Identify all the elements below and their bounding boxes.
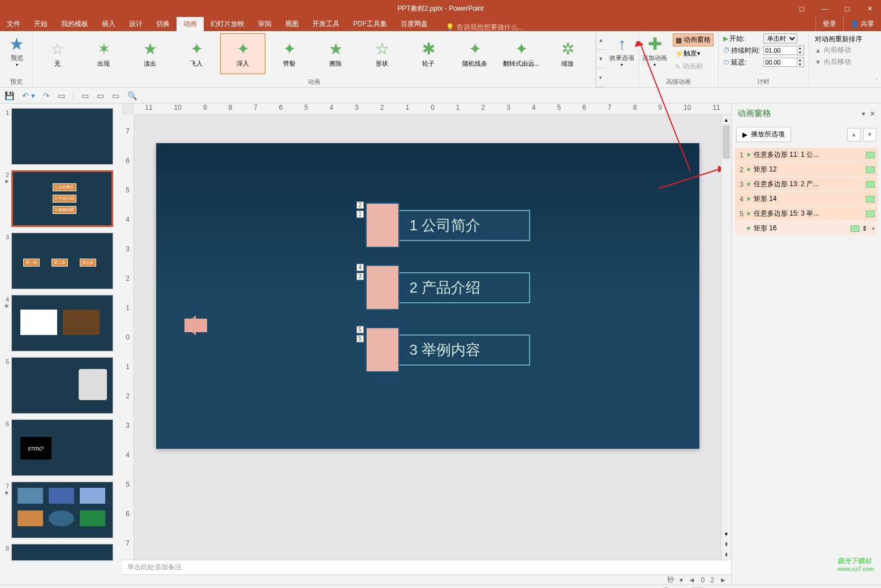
pane-options-icon[interactable]: ▾ — [862, 110, 865, 118]
tab-slideshow[interactable]: 幻灯片放映 — [204, 17, 251, 31]
thumb-7[interactable] — [11, 482, 113, 538]
delay-spinner[interactable]: ▴▾ — [797, 57, 804, 67]
reorder-label: 对动画重新排序 — [815, 35, 867, 44]
bullet-row-3[interactable]: 55 3 举例内容 — [366, 327, 530, 372]
slide-canvas[interactable]: 21 1 公司简介 43 2 产品介绍 55 3 举例内容 — [134, 115, 721, 560]
tell-me-input[interactable] — [457, 23, 536, 31]
tab-templates[interactable]: 我的模板 — [54, 17, 95, 31]
editor-area: 1211109876543210123456789101112 76543210… — [122, 104, 731, 585]
move-before-button[interactable]: ▲向前移动 — [815, 44, 867, 56]
tab-pdf[interactable]: PDF工具集 — [346, 17, 394, 31]
animation-pane: 动画窗格 ▾✕ ▶播放所选项 ▲ ▼ 1★任意多边形 11: 1 公... 2★… — [731, 104, 881, 585]
dropdown-icon[interactable]: ▾ — [872, 226, 875, 231]
bullet-row-2[interactable]: 43 2 产品介绍 — [366, 265, 530, 310]
anim-wipe[interactable]: ★擦除 — [313, 33, 358, 74]
anim-shape[interactable]: ☆形状 — [359, 33, 405, 74]
window-title: PPT教程2.pptx - PowerPoint — [397, 4, 483, 14]
tell-me[interactable]: 💡 — [440, 23, 542, 31]
timeline-bar: 秒▾ ◄02► — [122, 574, 731, 585]
undo-icon[interactable]: ↶ ▾ — [22, 91, 35, 100]
gallery-scroll[interactable]: ▲▼▾ — [596, 31, 605, 87]
anim-entry-4[interactable]: 4★矩形 14 — [735, 192, 878, 206]
status-bar: 幻灯片 第 2 张，共 12 张 "天体" ▭ 中文(中国) ≐ 备注 💬 批注… — [0, 585, 881, 588]
window-controls: ▢ — ▢ ✕ — [790, 0, 881, 17]
thumb-3[interactable]: 第一步第二步第三步 — [11, 233, 113, 289]
quick-access-toolbar: 💾 ↶ ▾ ↷ ▭ ▭ ▭ ▭ 🔍 — [0, 88, 881, 104]
bullet-row-1[interactable]: 21 1 公司简介 — [366, 203, 530, 248]
thumb-2[interactable]: 1 公司简介2 产品介绍3 举例内容 — [11, 170, 113, 227]
move-down-button[interactable]: ▼ — [863, 128, 876, 141]
close-icon[interactable]: ✕ — [858, 0, 881, 17]
preview-button[interactable]: ★ 预览 ▾ — [1, 32, 32, 67]
duration-spinner[interactable]: ▴▾ — [797, 45, 804, 55]
tab-baidu[interactable]: 百度网盘 — [394, 17, 435, 31]
share-button[interactable]: 👤 共享 — [843, 17, 881, 31]
effect-options-button[interactable]: ↑ 效果选项 ▾ — [607, 32, 638, 67]
qat-btn-2[interactable]: ▭ — [97, 91, 104, 100]
tab-view[interactable]: 视图 — [278, 17, 306, 31]
anim-appear[interactable]: ✶出现 — [81, 33, 126, 74]
redo-icon[interactable]: ↷ — [43, 91, 50, 100]
delay-input[interactable] — [763, 58, 797, 67]
tab-animations[interactable]: 动画 — [177, 17, 204, 31]
anim-flip[interactable]: ✦翻转式由远... — [498, 33, 544, 74]
ribbon-options-icon[interactable]: ▢ — [790, 0, 813, 17]
pane-close-icon[interactable]: ✕ — [870, 110, 875, 118]
play-selected-button[interactable]: ▶播放所选项 — [736, 127, 791, 142]
anim-entry-2[interactable]: 2★矩形 12 — [735, 162, 878, 177]
anim-none[interactable]: ☆无 — [35, 33, 80, 74]
slide[interactable]: 21 1 公司简介 43 2 产品介绍 55 3 举例内容 — [156, 143, 699, 449]
thumb-1[interactable] — [11, 108, 113, 165]
ribbon: ★ 预览 ▾ 预览 ☆无 ✶出现 ★淡出 ✦飞入 ✦浮入 ✦劈裂 ★擦除 ☆形状… — [0, 31, 881, 88]
tab-file[interactable]: 文件 — [0, 17, 27, 31]
thumb-6[interactable]: ε=mc² — [11, 419, 113, 476]
vertical-ruler: 765432101234567 — [122, 115, 134, 560]
tab-insert[interactable]: 插入 — [95, 17, 122, 31]
thumb-5[interactable] — [11, 357, 113, 414]
anim-zoom[interactable]: ✲缩放 — [545, 33, 590, 74]
anim-wheel[interactable]: ✱轮子 — [406, 33, 451, 74]
main-area: 1 2★ 1 公司简介2 产品介绍3 举例内容 3第一步第二步第三步 4★ 5 … — [0, 104, 881, 585]
qat-btn-4[interactable]: 🔍 — [127, 91, 137, 100]
thumb-4[interactable] — [11, 295, 113, 351]
login-button[interactable]: 登录 — [815, 17, 843, 31]
tab-transitions[interactable]: 切换 — [149, 17, 177, 31]
add-animation-button[interactable]: ✚ 添加动画 ▾ — [641, 32, 669, 76]
anim-flyin[interactable]: ✦飞入 — [174, 33, 219, 74]
tab-review[interactable]: 审阅 — [251, 17, 278, 31]
tab-developer[interactable]: 开发工具 — [306, 17, 346, 31]
bulb-icon: 💡 — [446, 23, 454, 31]
vertical-scrollbar[interactable]: ▲ ▼ ⇞ ⇟ — [721, 115, 731, 560]
anim-floatin[interactable]: ✦浮入 — [220, 33, 265, 74]
save-icon[interactable]: 💾 — [5, 91, 14, 100]
anim-random[interactable]: ✦随机线条 — [452, 33, 497, 74]
minimize-icon[interactable]: — — [813, 0, 836, 17]
anim-entry-1[interactable]: 1★任意多边形 11: 1 公... — [735, 148, 878, 162]
animation-pane-button[interactable]: ▦ 动画窗格 — [673, 33, 714, 46]
anim-entry-6[interactable]: ★矩形 16⇕▾ — [735, 221, 878, 235]
qat-btn-3[interactable]: ▭ — [112, 91, 119, 100]
start-select[interactable]: 单击时 — [763, 33, 797, 44]
slideshow-icon[interactable]: ▭ — [58, 91, 65, 100]
pane-icon: ▦ — [676, 36, 682, 44]
anim-entry-3[interactable]: 3★任意多边形 13: 2 产... — [735, 177, 878, 191]
tab-design[interactable]: 设计 — [122, 17, 149, 31]
move-up-button[interactable]: ▲ — [847, 128, 861, 141]
anim-split[interactable]: ✦劈裂 — [267, 33, 312, 74]
preview-star-icon: ★ — [9, 36, 24, 53]
thumb-8[interactable] — [11, 544, 113, 561]
anim-fade[interactable]: ★淡出 — [127, 33, 173, 74]
tab-home[interactable]: 开始 — [27, 17, 54, 31]
duration-input[interactable] — [763, 46, 797, 55]
trigger-button[interactable]: ⚡触发 ▾ — [673, 48, 714, 59]
qat-btn-1[interactable]: ▭ — [81, 91, 89, 100]
resize-icon[interactable]: ⇕ — [862, 225, 867, 233]
maximize-icon[interactable]: ▢ — [836, 0, 858, 17]
slide-thumbnails: 1 2★ 1 公司简介2 产品介绍3 举例内容 3第一步第二步第三步 4★ 5 … — [0, 104, 122, 585]
notes-pane[interactable]: 单击此处添加备注 — [122, 560, 731, 574]
collapse-ribbon-icon[interactable]: ˇ — [873, 31, 881, 87]
animation-painter-button[interactable]: ✎ 动画刷 — [673, 61, 714, 72]
move-after-button[interactable]: ▼向后移动 — [815, 56, 867, 68]
anim-entry-5[interactable]: 5★任意多边形 15: 3 举... — [735, 207, 878, 221]
arrow-shape[interactable] — [184, 319, 207, 332]
